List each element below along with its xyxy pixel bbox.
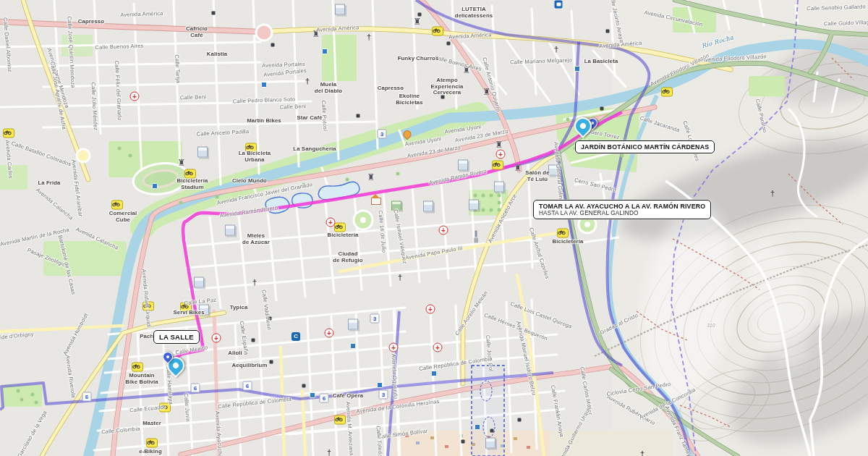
cycle-route-3-badge: 3 — [378, 130, 387, 139]
bike-rental-icon — [142, 302, 154, 311]
water-point-icon — [322, 48, 328, 54]
pin-dot — [171, 361, 179, 369]
hospital-icon: + — [389, 343, 399, 352]
poi-marker-icon — [447, 42, 451, 46]
tower-monument-icon: ♜ — [495, 140, 503, 150]
poi-marker-icon — [441, 96, 445, 99]
bike-rental-icon — [492, 161, 503, 170]
building-3d-icon — [423, 201, 433, 212]
building-3d-icon — [458, 160, 468, 171]
origin-callout: LA SALLE — [153, 330, 200, 344]
water-point-icon — [377, 382, 383, 388]
green-building-3d-icon — [391, 201, 401, 211]
pin-dot — [579, 122, 587, 130]
hospital-icon: + — [326, 218, 336, 227]
hospital-icon: + — [439, 226, 448, 235]
hospital-icon: + — [496, 150, 506, 159]
bus-stop-icon — [555, 1, 563, 9]
bike-rental-icon — [111, 200, 123, 210]
building-3d-icon — [225, 225, 235, 236]
tower-monument-icon: ♜ — [414, 17, 422, 27]
route-instruction-callout: TOMAR LA AV. AYACUCHO A LA AV. RAMÓN RIV… — [533, 200, 711, 219]
tower-monument-icon: ♜ — [463, 65, 471, 75]
destination-callout: JARDÍN BOTÁNICO MARTÍN CÁRDENAS — [575, 140, 715, 153]
hospital-icon: + — [325, 329, 334, 338]
cycle-route-6-badge: 6 — [82, 392, 92, 402]
pin-body — [571, 114, 595, 138]
cycle-route-3-badge: 3 — [379, 390, 388, 400]
urban-area — [0, 0, 637, 456]
poi-marker-icon — [518, 418, 522, 422]
church-cross-icon: † — [367, 33, 371, 41]
bike-rental-icon — [146, 439, 158, 448]
building-3d-icon — [197, 147, 208, 158]
pin-body — [161, 350, 175, 364]
water-point-icon — [574, 66, 580, 72]
tower-monument-icon: ♜ — [178, 158, 186, 168]
poi-marker-icon — [268, 317, 272, 321]
building-3d-icon — [469, 200, 479, 211]
church-cross-icon: † — [398, 273, 402, 282]
church-building-icon — [371, 198, 381, 205]
tower-monument-icon: ♜ — [514, 163, 522, 173]
poi-marker-icon — [212, 12, 216, 15]
water-point-icon — [152, 183, 158, 189]
building-3d-icon — [199, 305, 209, 316]
water-point-icon — [261, 82, 267, 88]
map-base-layer — [0, 0, 868, 456]
hospital-icon: + — [433, 343, 443, 352]
bike-rental-icon — [334, 415, 346, 425]
tower-monument-icon: ♜ — [312, 29, 320, 39]
water-point-icon — [475, 424, 480, 430]
building-3d-icon — [548, 165, 558, 176]
bike-rental-icon — [557, 229, 569, 238]
building-3d-icon — [494, 182, 504, 193]
pin-dot — [166, 355, 170, 359]
poi-marker-icon — [606, 30, 610, 33]
destination-callout-label: JARDÍN BOTÁNICO MARTÍN CÁRDENAS — [581, 143, 709, 151]
origin-pin-small[interactable] — [163, 352, 173, 362]
water-point-icon — [350, 343, 356, 349]
church-cross-icon: † — [305, 77, 310, 85]
origin-callout-label: LA SALLE — [159, 333, 194, 341]
cycle-route-3-badge: 3 — [370, 314, 380, 324]
poi-marker-icon — [490, 429, 494, 433]
statue-icon — [475, 231, 477, 237]
poi-marker-icon — [302, 384, 306, 388]
church-cross-icon: † — [252, 278, 257, 287]
building-3d-icon — [335, 4, 345, 15]
transit-stop-icon: C — [292, 332, 300, 341]
church-cross-icon: † — [327, 448, 331, 456]
tower-monument-icon: ♜ — [367, 172, 375, 182]
poi-marker-icon — [461, 440, 465, 444]
poi-marker-icon — [357, 114, 360, 118]
hospital-icon: + — [212, 334, 221, 343]
water-point-icon — [431, 371, 437, 376]
bike-rental-icon — [184, 169, 196, 179]
poi-marker-icon — [418, 13, 422, 17]
bike-rental-icon — [245, 143, 257, 153]
church-cross-icon: † — [770, 189, 775, 198]
cycle-route-6-badge: 6 — [320, 394, 329, 403]
route-instruction-line1: TOMAR LA AV. AYACUCHO A LA AV. RAMÓN RIV… — [539, 203, 705, 210]
destination-pin[interactable] — [574, 117, 592, 135]
bike-rental-icon — [432, 27, 443, 36]
poi-marker-icon — [252, 339, 255, 342]
bike-rental-icon — [3, 129, 14, 138]
hospital-icon: + — [426, 305, 435, 314]
map-canvas[interactable]: JARDÍN BOTÁNICO MARTÍN CÁRDENAS LA SALLE… — [0, 0, 868, 456]
building-3d-icon — [194, 277, 204, 288]
cycle-route-6-badge: 6 — [243, 381, 252, 391]
poi-marker-icon — [600, 107, 604, 111]
water-point-icon — [310, 392, 315, 398]
bike-rental-icon — [132, 363, 143, 372]
church-cross-icon: † — [640, 449, 644, 456]
cycle-route-6-badge: 6 — [191, 384, 200, 393]
hospital-icon: + — [130, 92, 140, 101]
bike-rental-icon — [334, 223, 346, 232]
building-3d-icon — [485, 438, 495, 449]
route-instruction-line2: HASTA LA AV. GENERAL GALINDO — [539, 210, 705, 216]
bike-rental-icon — [661, 88, 673, 97]
building-3d-icon — [348, 319, 358, 330]
tower-monument-icon: ♜ — [483, 87, 491, 97]
